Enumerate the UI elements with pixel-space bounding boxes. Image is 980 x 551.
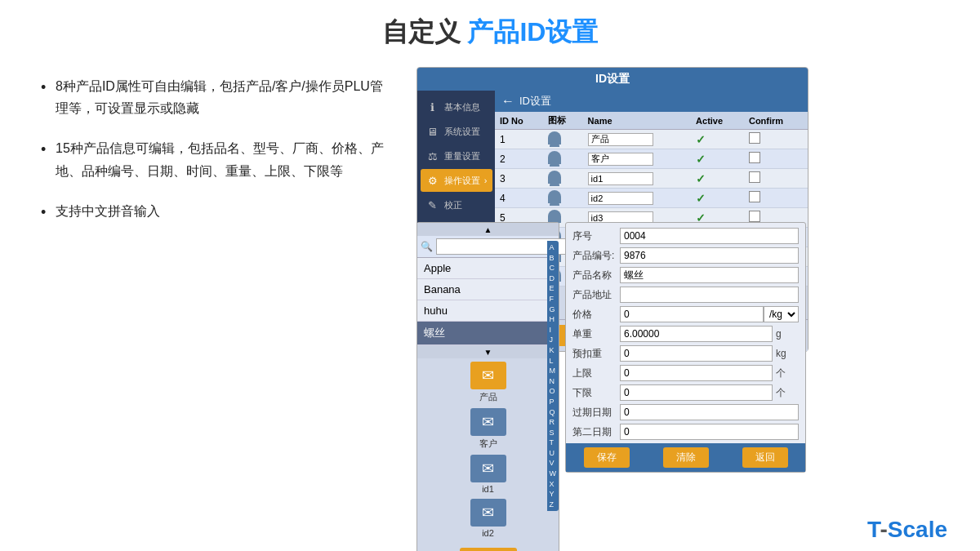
scroll-down[interactable]: ▼ <box>417 345 559 358</box>
back-arrow-icon[interactable]: ← <box>501 94 514 109</box>
cell-active[interactable]: ✓ <box>691 189 744 208</box>
letter-C[interactable]: C <box>550 263 557 273</box>
field-input[interactable] <box>620 228 799 244</box>
list-item[interactable]: 螺丝 <box>417 322 559 345</box>
detail-field-产品编号:: 产品编号: <box>572 247 799 264</box>
cell-confirm[interactable] <box>744 169 808 189</box>
product-list-items: AppleBananahuhu螺丝 <box>417 258 559 345</box>
letter-M[interactable]: M <box>550 366 557 376</box>
field-input[interactable] <box>620 326 773 342</box>
field-label: 第二日期 <box>572 425 620 439</box>
cell-active[interactable]: ✓ <box>691 130 744 149</box>
letter-D[interactable]: D <box>550 273 557 284</box>
person-icon <box>548 190 561 203</box>
field-input[interactable] <box>620 404 799 420</box>
cell-name[interactable] <box>583 169 691 189</box>
letter-X[interactable]: X <box>550 479 557 490</box>
envelope-icon-id1 <box>470 455 506 482</box>
unit-select-price[interactable]: /kg <box>764 306 799 322</box>
field-input[interactable] <box>620 424 799 440</box>
letter-O[interactable]: O <box>550 386 557 397</box>
field-input[interactable] <box>620 384 773 401</box>
cell-confirm[interactable] <box>744 149 808 169</box>
field-input[interactable] <box>620 345 773 362</box>
field-label: 上限 <box>572 367 620 380</box>
person-icon <box>548 151 561 164</box>
save-button[interactable]: 保存 <box>584 447 630 468</box>
sidebar-item-weight[interactable]: ⚖ 重量设置 <box>421 144 492 167</box>
field-input[interactable] <box>620 365 773 381</box>
field-label: 单重 <box>572 327 620 341</box>
pl-icon-group-客户[interactable]: 客户 <box>470 408 506 450</box>
letter-Q[interactable]: Q <box>550 407 557 418</box>
letter-R[interactable]: R <box>550 417 557 428</box>
check-active: ✓ <box>696 192 706 205</box>
letter-W[interactable]: W <box>550 469 557 479</box>
field-label: 过期日期 <box>572 406 620 420</box>
table-row: 1 ✓ <box>495 130 808 149</box>
field-input[interactable] <box>620 306 764 322</box>
pl-icon-group-id2[interactable]: id2 <box>470 499 506 538</box>
person-icon <box>548 171 561 184</box>
cell-icon <box>543 169 583 189</box>
letter-E[interactable]: E <box>550 283 557 294</box>
letter-S[interactable]: S <box>550 428 557 438</box>
cell-icon <box>543 130 583 149</box>
letter-Y[interactable]: Y <box>550 489 557 500</box>
sidebar-item-calibrate[interactable]: ✎ 校正 <box>421 193 492 216</box>
dialog-titlebar: ID设置 <box>417 68 808 91</box>
letter-B[interactable]: B <box>550 253 557 264</box>
name-input[interactable] <box>588 192 653 205</box>
detail-field-预扣重: 预扣重 kg <box>572 345 799 362</box>
check-empty-confirm <box>749 132 760 144</box>
cell-confirm[interactable] <box>744 189 808 208</box>
operation-icon: ⚙ <box>425 173 440 188</box>
back-button[interactable]: 返回 <box>742 447 788 468</box>
cell-active[interactable]: ✓ <box>691 169 744 189</box>
letter-U[interactable]: U <box>550 448 557 459</box>
letter-P[interactable]: P <box>550 397 557 407</box>
clear-button[interactable]: 清除 <box>663 447 709 468</box>
list-item[interactable]: huhu <box>417 300 559 322</box>
dialog-nav: ← ID设置 <box>495 91 808 112</box>
sidebar-item-system[interactable]: 🖥 系统设置 <box>421 120 492 143</box>
letter-K[interactable]: K <box>550 345 557 356</box>
letter-V[interactable]: V <box>550 458 557 469</box>
field-input[interactable] <box>620 267 799 283</box>
cell-name[interactable] <box>583 130 691 149</box>
cell-name[interactable] <box>583 189 691 208</box>
letter-F[interactable]: F <box>550 294 557 304</box>
icon-label-客户: 客户 <box>479 438 497 450</box>
cell-confirm[interactable] <box>744 130 808 149</box>
letter-G[interactable]: G <box>550 304 557 315</box>
letter-T[interactable]: T <box>550 438 557 448</box>
name-input[interactable] <box>588 133 653 146</box>
title-highlight: 产品ID设置 <box>467 17 598 47</box>
letter-I[interactable]: I <box>550 325 557 335</box>
letter-L[interactable]: L <box>550 356 557 367</box>
sidebar-item-operation[interactable]: ⚙ 操作设置 › <box>421 169 492 192</box>
field-input[interactable] <box>620 247 799 264</box>
pl-return-button[interactable]: 返回 <box>460 548 517 551</box>
letter-Z[interactable]: Z <box>550 500 557 510</box>
pl-icon-group-产品[interactable]: 产品 <box>470 362 506 403</box>
letter-A[interactable]: A <box>550 242 557 253</box>
pl-icon-group-id1[interactable]: id1 <box>470 455 506 494</box>
sidebar-item-basic[interactable]: ℹ 基本信息 <box>421 96 492 118</box>
name-input[interactable] <box>588 172 653 185</box>
letter-N[interactable]: N <box>550 376 557 387</box>
letter-J[interactable]: J <box>550 335 557 345</box>
alphabet-sidebar[interactable]: ABCDEFGHIJKLMNOPQRSTUVWXYZ <box>547 241 559 511</box>
list-item[interactable]: Banana <box>417 279 559 300</box>
field-label: 序号 <box>572 229 620 243</box>
list-item[interactable]: Apple <box>417 258 559 279</box>
detail-field-上限: 上限 个 <box>572 365 799 381</box>
cell-active[interactable]: ✓ <box>691 149 744 169</box>
field-input[interactable] <box>620 287 799 303</box>
arrow-icon: › <box>484 176 488 185</box>
name-input[interactable] <box>588 153 653 166</box>
letter-H[interactable]: H <box>550 314 557 325</box>
scroll-up[interactable]: ▲ <box>417 223 559 236</box>
cell-name[interactable] <box>583 149 691 169</box>
page-title: 自定义 产品ID设置 <box>0 0 980 59</box>
